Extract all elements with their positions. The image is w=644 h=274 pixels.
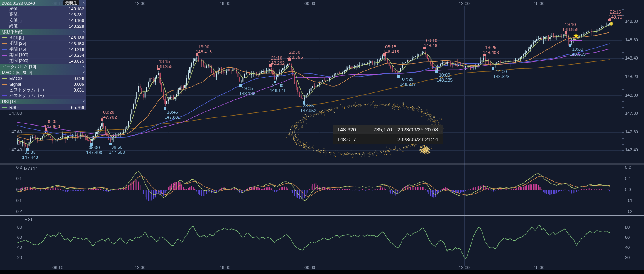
annotation-time: 22:30 (287, 50, 303, 55)
bottom-annotation: 23:35147.952 (300, 103, 316, 113)
ohlc-row-high: 高値 148.231 (0, 12, 86, 17)
bottom-marker (397, 75, 400, 78)
bottom-bar (0, 270, 644, 274)
time-axis-label-top: 12:00 (135, 1, 145, 6)
annotation-price: 147.603 (44, 124, 60, 129)
annotation-time: 19:05 (239, 86, 255, 91)
time-axis-label-bottom: 18:00 (220, 265, 230, 270)
ma5-line-swatch (2, 37, 7, 38)
macd-axis-label-left: -0.1 (6, 198, 22, 203)
legend-header: 2023/09/23 00:40 最新足 × (0, 0, 86, 6)
peak-annotation: 09:20147.702 (101, 110, 117, 120)
annotation-price: 148.285 (436, 78, 453, 83)
signal-row: Signal -0.005 (0, 81, 86, 87)
annotation-price: 148.237 (400, 82, 416, 87)
histogram-pos-row: ヒストグラム（+） 0.031 (0, 87, 86, 93)
macd-line-swatch (2, 78, 7, 79)
bottom-annotation: 07:20148.237 (400, 77, 416, 87)
close-icon[interactable]: × (82, 100, 85, 104)
annotation-time: 09:50 (109, 145, 125, 150)
ma200-line-swatch (2, 61, 7, 61)
macd-section-header: MACD [5, 20, 9] × (0, 70, 86, 75)
close-icon[interactable]: × (82, 65, 85, 69)
annotation-time: 19:10 (562, 22, 578, 27)
annotation-price: 148.482 (424, 43, 440, 48)
current-price-marker (610, 22, 613, 26)
latest-bar-button[interactable]: 最新足 (63, 0, 79, 5)
tooltip-price: 148.017 (337, 136, 368, 142)
peak-annotation: 16:00148.413 (196, 44, 212, 54)
rsi-axis-label-left: 80 (6, 225, 22, 230)
rsi-row: RSI 65.766 (0, 104, 86, 110)
macd-panel-title: MACD (24, 166, 37, 172)
annotation-time: 13:25 (483, 45, 499, 50)
ohlc-row-close: 終値 148.228 (0, 23, 86, 29)
macd-axis-label-left: 0.2 (6, 165, 22, 170)
annotation-price: 147.952 (300, 108, 316, 113)
tooltip-datetime: 2023/09/21 21:44 (397, 136, 438, 142)
ma100-line-swatch (2, 55, 7, 56)
time-axis-label-bottom: 00:00 (304, 265, 315, 270)
macd-axis-label-right: 0.2 (625, 165, 631, 170)
close-icon[interactable]: × (82, 30, 85, 34)
price-axis-label-right: 147.80 (625, 111, 638, 116)
macd-axis-label-left: 0.1 (6, 176, 22, 181)
indicator-legend-panel: 2023/09/23 00:40 最新足 × 始値 148.182 高値 148… (0, 0, 86, 110)
annotation-price: 147.882 (164, 115, 181, 120)
annotation-price: 148.565 (570, 52, 586, 57)
ma-row-75: 期間 [75] 148.216 (0, 46, 86, 52)
price-axis-label-right: 148.20 (625, 74, 638, 79)
annotation-time: 09:10 (424, 38, 440, 43)
annotation-time: 16:00 (196, 44, 212, 49)
rsi-axis-label-left: 60 (6, 235, 22, 240)
annotation-time: 19:30 (570, 47, 586, 52)
close-icon[interactable]: × (82, 71, 85, 75)
annotation-time: 14:00 (493, 69, 509, 74)
annotation-time: 21:30 (270, 83, 286, 88)
annotation-price: 148.413 (196, 49, 212, 54)
price-axis-label-right: 148.60 (625, 37, 638, 42)
close-icon[interactable]: × (82, 1, 85, 5)
price-axis-label-left: 147.40 (6, 148, 22, 152)
ma-row-100: 期間 [100] 148.234 (0, 52, 86, 58)
peak-annotation: 21:10148.292 (269, 56, 285, 66)
rsi-section-header: RSI [14] × (0, 99, 86, 104)
annotation-time: 05:15 (383, 44, 399, 49)
tooltip-row-high: 148.620 235,170 2023/09/25 20:08 (333, 125, 443, 134)
annotation-price: 148.415 (383, 49, 399, 54)
time-axis-label-top: 12:00 (459, 1, 470, 6)
annotation-price: 148.79 (609, 15, 622, 20)
rsi-axis-label-right: 40 (625, 245, 630, 250)
rsi-axis-label-left: 20 (6, 255, 22, 260)
annotation-price: 147.500 (109, 150, 125, 155)
annotation-time: 23:35 (300, 103, 316, 108)
annotation-time: 22:15 (609, 10, 622, 15)
annotation-time: 03:35 (22, 150, 38, 155)
time-axis-label-bottom: 12:00 (135, 265, 145, 270)
price-axis-label-right: 148.80 (625, 19, 638, 24)
ma25-line-swatch (2, 43, 7, 44)
ma-row-25: 期間 [25] 148.153 (0, 41, 86, 46)
bottom-annotation: 19:05148.135 (239, 86, 255, 96)
price-axis-label-right: 147.60 (625, 129, 638, 134)
data-tooltip: 148.620 235,170 2023/09/25 20:08 148.017… (333, 125, 443, 144)
price-chart-canvas[interactable] (0, 0, 644, 274)
macd-axis-label-left: -0.2 (6, 209, 22, 214)
price-axis-label-right: 148.00 (625, 93, 638, 97)
bottom-annotation: 09:50147.500 (109, 145, 125, 155)
annotation-price: 148.323 (493, 74, 509, 79)
peak-annotation: 05:15148.415 (383, 44, 399, 54)
annotation-price: 147.496 (86, 150, 102, 155)
ma-row-200: 期間 [200] 148.075 (0, 58, 86, 64)
annotation-time: 05:05 (44, 119, 60, 124)
annotation-price: 148.292 (269, 61, 285, 66)
peak-annotation: 09:10148.482 (424, 38, 440, 48)
annotation-price: 148.406 (483, 50, 499, 55)
bottom-annotation: 10:00148.285 (436, 73, 453, 83)
peak-annotation: 13:15148.255 (156, 59, 172, 69)
tooltip-row-low: 148.017 - 2023/09/21 21:44 (333, 134, 443, 144)
annotation-price: 148.255 (156, 64, 172, 69)
rsi-axis-label-right: 80 (625, 225, 630, 230)
ma-row-5: 期間 [5] 148.188 (0, 35, 86, 41)
annotation-price: 148.135 (239, 91, 255, 96)
